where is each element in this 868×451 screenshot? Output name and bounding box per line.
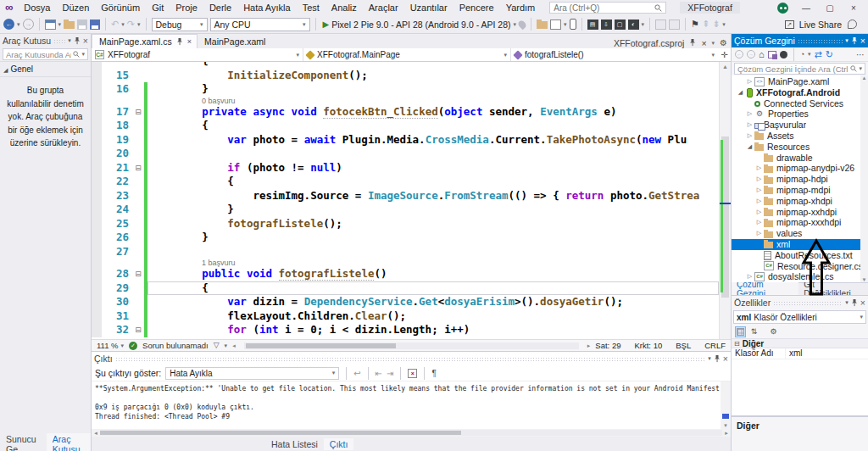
breakpoint-margin[interactable] — [92, 119, 102, 133]
tree-item-mipmap-xhdpi[interactable]: ▷mipmap-xhdpi — [732, 196, 868, 207]
next-bookmark-icon[interactable]: ⇟ — [712, 19, 720, 29]
account-avatar[interactable] — [777, 3, 788, 14]
home-icon[interactable]: ⌂ — [759, 49, 765, 59]
output-log[interactable]: **System.ArgumentException:** 'Unable to… — [92, 381, 721, 429]
document-list-dropdown-icon[interactable]: ▾ — [712, 40, 715, 47]
forward-icon[interactable]: → — [747, 50, 755, 58]
android-logcat-icon[interactable]: ▤ — [587, 19, 598, 30]
fold-marker[interactable]: ⊟ — [132, 323, 144, 337]
properties-object-select[interactable]: xml Klasör Özellikleri ▾ — [733, 310, 866, 324]
search-options-dropdown-icon[interactable]: ▾ — [859, 65, 862, 72]
bookmark-icon[interactable]: ⚑ — [691, 19, 699, 29]
tree-item-mainpage-xaml[interactable]: ▷<>MainPage.xaml — [732, 76, 868, 87]
menu-item-proje[interactable]: Proje — [170, 3, 203, 13]
breakpoint-margin[interactable] — [92, 203, 102, 217]
undo-icon[interactable]: ↶ — [111, 19, 119, 29]
output-source-select[interactable]: Hata Ayıkla▾ — [165, 367, 339, 380]
menu-item-g-r-n-m[interactable]: Görünüm — [95, 3, 146, 13]
close-button[interactable]: × — [848, 3, 860, 13]
output-horizontal-scrollbar[interactable]: ◂ ▸ — [92, 429, 731, 437]
next-message-icon[interactable]: ⇥ — [387, 369, 393, 378]
start-debugging-icon[interactable]: ▶ — [323, 19, 330, 29]
chevron-right-icon[interactable]: ▷ — [745, 76, 754, 87]
hscroll-left-icon[interactable]: ◂ — [232, 342, 236, 349]
scroll-down-icon[interactable]: ▼ — [860, 277, 868, 282]
android-tools-dropdown-icon[interactable]: ▾ — [642, 21, 645, 28]
fold-marker[interactable]: ⊟ — [132, 105, 144, 120]
code-line[interactable]: 28⊟ public void fotografListele() — [92, 267, 719, 281]
output-close-icon[interactable]: × — [723, 354, 728, 364]
properties-pin-icon[interactable] — [851, 299, 858, 307]
chevron-right-icon[interactable]: ▷ — [754, 217, 764, 228]
scroll-up-icon[interactable]: ▲ — [720, 62, 731, 71]
code-line[interactable]: 18 { — [92, 119, 719, 133]
property-row[interactable]: Klasör Adıxml — [732, 348, 868, 359]
tree-item-xffotograf-android[interactable]: ◢XFFotograf.Android — [732, 87, 868, 98]
code-line[interactable]: 24 } — [92, 203, 719, 217]
device-icon[interactable] — [570, 19, 576, 30]
filter-dropdown-icon[interactable]: ▾ — [808, 51, 811, 58]
minimize-button[interactable]: — — [800, 3, 812, 13]
live-visual-tree-dropdown-icon[interactable]: ▾ — [564, 21, 567, 28]
chevron-right-icon[interactable]: ▷ — [754, 185, 764, 196]
type-dropdown[interactable]: XFFotograf.MainPage ▾ — [303, 48, 511, 61]
hscroll-right-icon[interactable]: ▸ — [722, 430, 731, 437]
live-share-icon[interactable]: ↗ — [785, 20, 794, 29]
live-visual-tree-icon[interactable] — [550, 19, 561, 30]
menu-item-uzant-lar[interactable]: Uzantılar — [404, 3, 453, 13]
chevron-right-icon[interactable]: ▷ — [754, 207, 764, 218]
toolbox-options-icon[interactable]: ▾ — [68, 37, 71, 44]
code-line[interactable]: 17⊟ private async void fotocekBtn_Clicke… — [92, 105, 719, 120]
toolbox-search-input[interactable]: Araç Kutusunda Ara ▾ — [3, 48, 88, 60]
breakpoint-margin[interactable] — [92, 323, 102, 337]
property-value[interactable]: xml — [786, 348, 868, 359]
tree-item-mipmap-hdpi[interactable]: ▷mipmap-hdpi — [732, 174, 868, 185]
hot-reload-icon[interactable] — [517, 19, 528, 30]
split-window-button[interactable]: ✛ — [718, 50, 731, 59]
tree-item-resources[interactable]: ◢Resources — [732, 142, 868, 153]
tree-item-properties[interactable]: ▷⚙Properties — [732, 109, 868, 120]
output-header[interactable]: Çıktı ▾ × — [92, 352, 731, 365]
tree-item-connected-services[interactable]: Connected Services — [732, 98, 868, 109]
editor-vertical-scrollbar[interactable]: ▲ — [719, 62, 731, 339]
breakpoint-margin[interactable] — [92, 97, 102, 105]
previous-bookmark-icon[interactable]: ⇞ — [702, 19, 709, 29]
preview-tab-close-icon[interactable]: × — [701, 38, 706, 48]
quick-search-input[interactable]: Ara (Ctrl+Q) — [549, 2, 666, 14]
breakpoint-margin[interactable] — [92, 217, 102, 231]
tree-item-drawable[interactable]: drawable — [732, 153, 868, 164]
breakpoint-margin[interactable] — [92, 105, 102, 120]
preview-tab[interactable]: XFFotograf.csproj — [614, 38, 684, 48]
code-line[interactable]: { — [92, 62, 719, 69]
promote-preview-tab-icon[interactable] — [689, 38, 696, 48]
tree-item-assets[interactable]: ▷Assets — [732, 131, 868, 142]
code-line[interactable]: 26 } — [92, 231, 719, 245]
tab-ara-kutusu[interactable]: Araç Kutusu — [47, 433, 91, 451]
run-target-label[interactable]: Pixel 2 Pie 9.0 - API 28 (Android 9.0 - … — [331, 19, 510, 30]
profiler-icon[interactable]: ◐ — [628, 19, 639, 30]
open-file-button[interactable] — [64, 21, 75, 29]
code-line[interactable]: 32⊟ for (int i = 0; i < dizin.Length; i+… — [92, 323, 719, 337]
tree-item-mipmap-xxhdpi[interactable]: ▷mipmap-xxhdpi — [732, 207, 868, 218]
send-feedback-icon[interactable] — [848, 19, 857, 29]
project-dropdown[interactable]: C# XFFotograf ▾ — [92, 48, 303, 61]
member-dropdown[interactable]: fotografListele() ▾ — [511, 48, 718, 61]
messages-filter-icon[interactable]: ▽ — [214, 342, 220, 349]
code-line[interactable]: 31 flexLayout.Children.Clear(); — [92, 309, 719, 324]
tree-item-mipmap-mdpi[interactable]: ▷mipmap-mdpi — [732, 185, 868, 196]
save-button[interactable] — [77, 19, 87, 30]
tab-mainpage-xaml[interactable]: MainPage.xaml — [198, 35, 270, 48]
code-editor[interactable]: {15 InitializeComponent();16 }0 başvuru1… — [92, 62, 731, 339]
breakpoint-margin[interactable] — [92, 267, 102, 281]
previous-message-icon[interactable]: ⇤ — [376, 369, 382, 378]
output-vertical-scrollbar[interactable]: ▼ — [721, 381, 731, 429]
menu-item-d-zen[interactable]: Düzen — [56, 3, 95, 13]
code-line[interactable]: 30 var dizin = DependencyService.Get<dos… — [92, 295, 719, 309]
attach-icon[interactable] — [669, 19, 680, 30]
tree-item-mipmap-xxxhdpi[interactable]: ▷mipmap-xxxhdpi — [732, 217, 868, 228]
code-line[interactable]: 23 resimImg.Source = ImageSource.FromStr… — [92, 189, 719, 203]
breakpoint-margin[interactable] — [92, 189, 102, 203]
tab-hata-listesi[interactable]: Hata Listesi — [265, 438, 324, 450]
zoom-level-select[interactable]: 111 %▾ — [97, 341, 124, 350]
breakpoint-margin[interactable] — [92, 69, 102, 83]
